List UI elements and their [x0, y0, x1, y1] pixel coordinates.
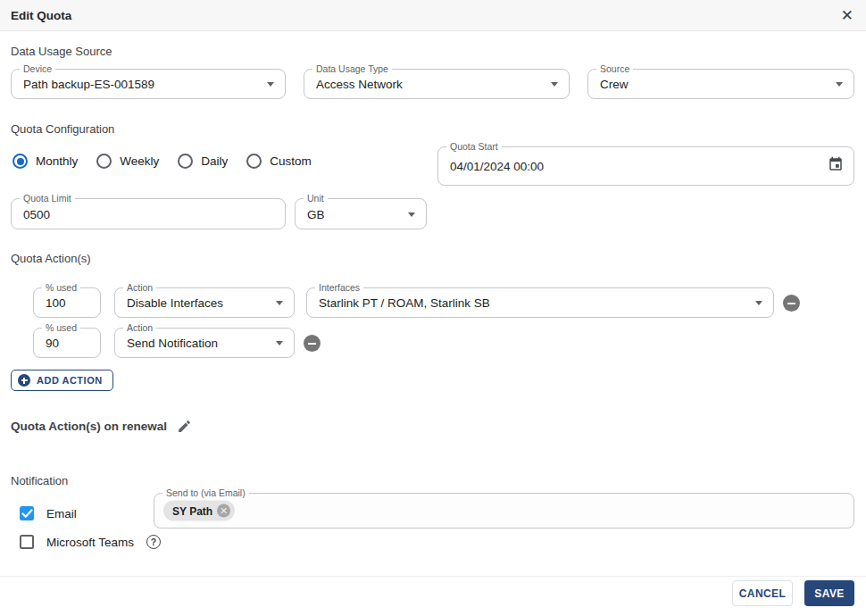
interfaces-value: Starlink PT / ROAM, Starlink SB	[319, 296, 490, 310]
radio-custom-label: Custom	[270, 154, 312, 168]
footer-divider	[0, 576, 866, 577]
teams-check-row: Microsoft Teams ?	[20, 535, 161, 549]
action-value: Disable Interfaces	[127, 296, 223, 310]
recipient-chip-text: SY Path	[172, 504, 212, 517]
quota-limit-label: Quota Limit	[20, 193, 75, 204]
plus-icon	[18, 374, 30, 387]
radio-selected-icon	[12, 154, 28, 169]
radio-unselected-icon	[178, 154, 193, 169]
data-usage-type-value: Access Network	[316, 78, 403, 91]
action-value: Send Notification	[127, 337, 218, 350]
radio-weekly[interactable]: Weekly	[96, 154, 159, 169]
recipient-chip: SY Path ✕	[163, 501, 235, 521]
unit-label: Unit	[304, 193, 328, 204]
quota-period-radio-group: Monthly Weekly Daily Custom	[12, 154, 312, 169]
renewal-label: Quota Action(s) on renewal	[11, 420, 167, 433]
chevron-down-icon	[276, 341, 283, 345]
radio-unselected-icon	[96, 154, 112, 169]
send-to-email-input[interactable]: Send to (via Email) SY Path ✕	[154, 493, 854, 529]
microsoft-teams-checkbox[interactable]	[20, 535, 34, 549]
action-label: Action	[123, 282, 156, 294]
quota-limit-input[interactable]: Quota Limit 0500	[11, 198, 286, 229]
remove-action-row-1-icon[interactable]	[783, 295, 800, 312]
data-usage-type-label: Data Usage Type	[312, 63, 392, 75]
unit-select[interactable]: Unit GB	[295, 198, 427, 229]
device-select[interactable]: Device Path backup-ES-001589	[11, 69, 286, 99]
chevron-down-icon	[755, 301, 762, 305]
source-select[interactable]: Source Crew	[587, 69, 854, 99]
source-label: Source	[596, 63, 633, 75]
cancel-button[interactable]: CANCEL	[732, 580, 793, 606]
device-label: Device	[20, 63, 55, 75]
action-row-2-percent-input[interactable]: % used 90	[33, 328, 101, 358]
radio-daily[interactable]: Daily	[178, 154, 228, 169]
action-row-1-percent-input[interactable]: % used 100	[33, 287, 101, 318]
email-check-row: Email	[20, 506, 77, 520]
edit-pencil-icon[interactable]	[177, 419, 192, 434]
chevron-down-icon	[836, 82, 843, 87]
percent-used-label: % used	[42, 322, 80, 334]
radio-monthly[interactable]: Monthly	[12, 154, 78, 169]
send-to-label: Send to (via Email)	[162, 487, 249, 499]
section-title-quota-configuration: Quota Configuration	[11, 122, 114, 136]
edit-quota-dialog: Edit Quota ✕ Data Usage Source Device Pa…	[0, 0, 866, 616]
quota-start-input[interactable]: Quota Start 04/01/2024 00:00	[437, 146, 854, 186]
quota-start-value: 04/01/2024 00:00	[450, 160, 544, 173]
action-row-2-action-select[interactable]: Action Send Notification	[114, 328, 295, 358]
chip-remove-icon[interactable]: ✕	[217, 504, 230, 518]
radio-custom[interactable]: Custom	[246, 154, 312, 169]
quota-limit-value: 0500	[23, 207, 50, 221]
section-title-data-usage-source: Data Usage Source	[11, 45, 112, 58]
save-button[interactable]: SAVE	[804, 580, 854, 606]
chevron-down-icon	[408, 212, 415, 217]
remove-action-row-2-icon[interactable]	[304, 335, 321, 352]
quota-start-label: Quota Start	[446, 141, 502, 153]
email-checkbox[interactable]	[20, 506, 34, 520]
radio-daily-label: Daily	[201, 154, 228, 168]
add-action-button[interactable]: ADD ACTION	[11, 370, 113, 391]
chevron-down-icon	[551, 82, 558, 87]
action-row-1-interfaces-select[interactable]: Interfaces Starlink PT / ROAM, Starlink …	[306, 287, 774, 318]
data-usage-type-select[interactable]: Data Usage Type Access Network	[304, 69, 570, 99]
device-value: Path backup-ES-001589	[23, 78, 154, 91]
quota-actions-renewal: Quota Action(s) on renewal	[11, 419, 192, 434]
dialog-header: Edit Quota ✕	[0, 0, 866, 31]
radio-monthly-label: Monthly	[36, 154, 78, 168]
action-label: Action	[123, 322, 156, 334]
dialog-title: Edit Quota	[11, 9, 71, 22]
action-row-1-action-select[interactable]: Action Disable Interfaces	[114, 287, 295, 318]
percent-used-value: 100	[46, 296, 66, 310]
close-icon[interactable]: ✕	[841, 8, 854, 23]
chevron-down-icon	[267, 82, 274, 87]
radio-unselected-icon	[246, 154, 262, 169]
percent-used-label: % used	[42, 282, 80, 294]
microsoft-teams-label: Microsoft Teams	[46, 536, 134, 549]
interfaces-label: Interfaces	[315, 282, 363, 294]
radio-weekly-label: Weekly	[120, 154, 159, 168]
add-action-label: ADD ACTION	[37, 375, 103, 386]
section-title-notification: Notification	[11, 474, 68, 487]
source-value: Crew	[600, 78, 629, 91]
percent-used-value: 90	[46, 337, 59, 350]
email-label: Email	[46, 507, 77, 520]
section-title-quota-actions: Quota Action(s)	[11, 252, 91, 265]
chevron-down-icon	[276, 301, 283, 305]
unit-value: GB	[307, 207, 325, 221]
calendar-icon[interactable]	[828, 156, 844, 176]
help-icon[interactable]: ?	[146, 535, 161, 549]
